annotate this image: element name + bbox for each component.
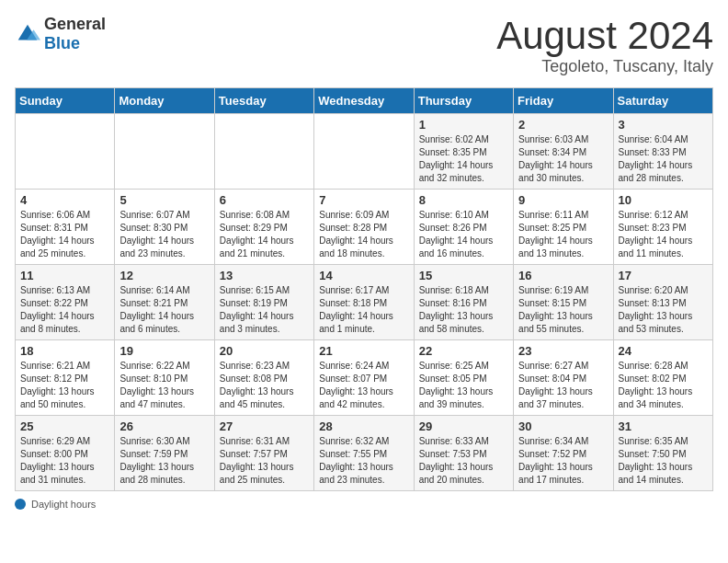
calendar-cell: 31Sunrise: 6:35 AM Sunset: 7:50 PM Dayli… — [613, 416, 712, 491]
day-info: Sunrise: 6:30 AM Sunset: 7:59 PM Dayligh… — [119, 435, 209, 487]
week-row-2: 4Sunrise: 6:06 AM Sunset: 8:31 PM Daylig… — [16, 190, 713, 265]
day-info: Sunrise: 6:23 AM Sunset: 8:08 PM Dayligh… — [220, 360, 309, 411]
day-info: Sunrise: 6:19 AM Sunset: 8:15 PM Dayligh… — [518, 284, 608, 336]
calendar-cell: 19Sunrise: 6:22 AM Sunset: 8:10 PM Dayli… — [115, 340, 214, 416]
calendar-cell: 24Sunrise: 6:28 AM Sunset: 8:02 PM Dayli… — [613, 340, 712, 416]
calendar-cell: 8Sunrise: 6:10 AM Sunset: 8:26 PM Daylig… — [414, 190, 513, 265]
day-number: 25 — [20, 419, 109, 433]
day-info: Sunrise: 6:10 AM Sunset: 8:26 PM Dayligh… — [419, 209, 508, 260]
day-number: 29 — [419, 419, 508, 433]
week-row-5: 25Sunrise: 6:29 AM Sunset: 8:00 PM Dayli… — [16, 416, 713, 491]
calendar-cell: 1Sunrise: 6:02 AM Sunset: 8:35 PM Daylig… — [414, 114, 513, 190]
calendar-cell — [314, 114, 414, 190]
day-number: 16 — [518, 269, 608, 282]
day-number: 6 — [220, 193, 309, 207]
footer: Daylight hours — [15, 499, 713, 510]
calendar-cell: 7Sunrise: 6:09 AM Sunset: 8:28 PM Daylig… — [314, 190, 414, 265]
logo-icon — [15, 21, 40, 47]
calendar-cell: 16Sunrise: 6:19 AM Sunset: 8:15 PM Dayli… — [514, 265, 613, 340]
column-header-monday: Monday — [115, 88, 214, 114]
column-header-saturday: Saturday — [613, 88, 712, 114]
calendar-cell: 27Sunrise: 6:31 AM Sunset: 7:57 PM Dayli… — [214, 416, 313, 491]
day-number: 26 — [119, 419, 209, 433]
column-header-tuesday: Tuesday — [214, 88, 313, 114]
day-info: Sunrise: 6:09 AM Sunset: 8:28 PM Dayligh… — [319, 209, 408, 260]
calendar-cell: 26Sunrise: 6:30 AM Sunset: 7:59 PM Dayli… — [115, 416, 214, 491]
footer-label: Daylight hours — [31, 499, 96, 510]
main-title: August 2024 — [496, 15, 713, 57]
day-number: 31 — [619, 419, 708, 433]
calendar-cell: 17Sunrise: 6:20 AM Sunset: 8:13 PM Dayli… — [613, 265, 712, 340]
calendar-cell: 13Sunrise: 6:15 AM Sunset: 8:19 PM Dayli… — [214, 265, 313, 340]
day-info: Sunrise: 6:32 AM Sunset: 7:55 PM Dayligh… — [319, 435, 408, 487]
day-number: 3 — [619, 118, 708, 132]
day-number: 10 — [619, 193, 708, 207]
day-number: 11 — [20, 269, 109, 282]
calendar-cell: 11Sunrise: 6:13 AM Sunset: 8:22 PM Dayli… — [16, 265, 115, 340]
column-header-wednesday: Wednesday — [314, 88, 414, 114]
calendar-cell: 22Sunrise: 6:25 AM Sunset: 8:05 PM Dayli… — [414, 340, 513, 416]
calendar-cell: 6Sunrise: 6:08 AM Sunset: 8:29 PM Daylig… — [214, 190, 313, 265]
day-info: Sunrise: 6:25 AM Sunset: 8:05 PM Dayligh… — [419, 360, 508, 411]
week-row-4: 18Sunrise: 6:21 AM Sunset: 8:12 PM Dayli… — [16, 340, 713, 416]
day-info: Sunrise: 6:22 AM Sunset: 8:10 PM Dayligh… — [119, 360, 209, 411]
calendar-cell — [214, 114, 313, 190]
day-info: Sunrise: 6:14 AM Sunset: 8:21 PM Dayligh… — [119, 284, 209, 336]
day-info: Sunrise: 6:08 AM Sunset: 8:29 PM Dayligh… — [220, 209, 309, 260]
column-header-sunday: Sunday — [16, 88, 115, 114]
day-info: Sunrise: 6:20 AM Sunset: 8:13 PM Dayligh… — [619, 284, 708, 336]
logo-general: General — [44, 15, 106, 33]
column-header-thursday: Thursday — [414, 88, 513, 114]
calendar-cell: 5Sunrise: 6:07 AM Sunset: 8:30 PM Daylig… — [115, 190, 214, 265]
calendar-cell: 30Sunrise: 6:34 AM Sunset: 7:52 PM Dayli… — [514, 416, 613, 491]
day-info: Sunrise: 6:31 AM Sunset: 7:57 PM Dayligh… — [220, 435, 309, 487]
day-number: 5 — [119, 193, 209, 207]
calendar-cell: 25Sunrise: 6:29 AM Sunset: 8:00 PM Dayli… — [16, 416, 115, 491]
calendar-cell: 14Sunrise: 6:17 AM Sunset: 8:18 PM Dayli… — [314, 265, 414, 340]
day-info: Sunrise: 6:03 AM Sunset: 8:34 PM Dayligh… — [518, 133, 608, 185]
day-info: Sunrise: 6:12 AM Sunset: 8:23 PM Dayligh… — [619, 209, 708, 260]
calendar-cell: 15Sunrise: 6:18 AM Sunset: 8:16 PM Dayli… — [414, 265, 513, 340]
calendar-cell: 28Sunrise: 6:32 AM Sunset: 7:55 PM Dayli… — [314, 416, 414, 491]
day-info: Sunrise: 6:06 AM Sunset: 8:31 PM Dayligh… — [20, 209, 109, 260]
day-number: 1 — [419, 118, 508, 132]
day-info: Sunrise: 6:27 AM Sunset: 8:04 PM Dayligh… — [518, 360, 608, 411]
day-number: 4 — [20, 193, 109, 207]
day-info: Sunrise: 6:28 AM Sunset: 8:02 PM Dayligh… — [619, 360, 708, 411]
week-row-1: 1Sunrise: 6:02 AM Sunset: 8:35 PM Daylig… — [16, 114, 713, 190]
calendar-cell: 18Sunrise: 6:21 AM Sunset: 8:12 PM Dayli… — [16, 340, 115, 416]
day-info: Sunrise: 6:04 AM Sunset: 8:33 PM Dayligh… — [619, 133, 708, 185]
day-number: 12 — [119, 269, 209, 282]
footer-dot — [15, 499, 26, 510]
day-info: Sunrise: 6:15 AM Sunset: 8:19 PM Dayligh… — [220, 284, 309, 336]
calendar-cell: 20Sunrise: 6:23 AM Sunset: 8:08 PM Dayli… — [214, 340, 313, 416]
day-number: 7 — [319, 193, 408, 207]
day-number: 8 — [419, 193, 508, 207]
calendar-cell: 2Sunrise: 6:03 AM Sunset: 8:34 PM Daylig… — [514, 114, 613, 190]
day-number: 27 — [220, 419, 309, 433]
day-info: Sunrise: 6:29 AM Sunset: 8:00 PM Dayligh… — [20, 435, 109, 487]
logo: General Blue — [15, 15, 106, 53]
calendar-cell: 23Sunrise: 6:27 AM Sunset: 8:04 PM Dayli… — [514, 340, 613, 416]
calendar-cell: 4Sunrise: 6:06 AM Sunset: 8:31 PM Daylig… — [16, 190, 115, 265]
subtitle: Tegoleto, Tuscany, Italy — [496, 57, 713, 76]
day-info: Sunrise: 6:21 AM Sunset: 8:12 PM Dayligh… — [20, 360, 109, 411]
day-number: 2 — [518, 118, 608, 132]
day-info: Sunrise: 6:18 AM Sunset: 8:16 PM Dayligh… — [419, 284, 508, 336]
day-info: Sunrise: 6:11 AM Sunset: 8:25 PM Dayligh… — [518, 209, 608, 260]
day-number: 14 — [319, 269, 408, 282]
day-info: Sunrise: 6:07 AM Sunset: 8:30 PM Dayligh… — [119, 209, 209, 260]
day-number: 17 — [619, 269, 708, 282]
day-number: 15 — [419, 269, 508, 282]
day-number: 20 — [220, 344, 309, 358]
day-number: 23 — [518, 344, 608, 358]
header: General Blue August 2024 Tegoleto, Tusca… — [15, 15, 713, 76]
calendar-cell: 21Sunrise: 6:24 AM Sunset: 8:07 PM Dayli… — [314, 340, 414, 416]
header-row: SundayMondayTuesdayWednesdayThursdayFrid… — [16, 88, 713, 114]
column-header-friday: Friday — [514, 88, 613, 114]
calendar-cell: 12Sunrise: 6:14 AM Sunset: 8:21 PM Dayli… — [115, 265, 214, 340]
day-number: 18 — [20, 344, 109, 358]
calendar-cell: 29Sunrise: 6:33 AM Sunset: 7:53 PM Dayli… — [414, 416, 513, 491]
calendar-cell: 10Sunrise: 6:12 AM Sunset: 8:23 PM Dayli… — [613, 190, 712, 265]
day-info: Sunrise: 6:17 AM Sunset: 8:18 PM Dayligh… — [319, 284, 408, 336]
